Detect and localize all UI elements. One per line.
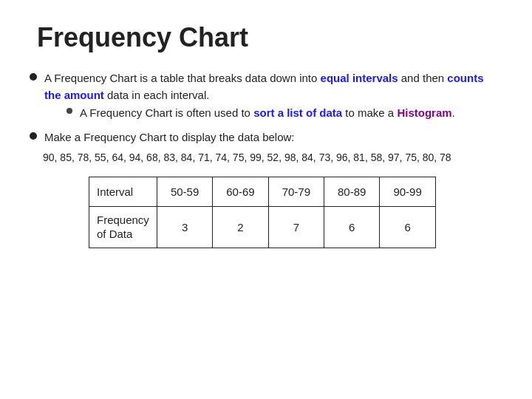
sub-bullet-before: A Frequency Chart is often used to xyxy=(80,106,253,119)
bullet1-before: A Frequency Chart is a table that breaks… xyxy=(44,72,321,84)
table-header-interval: Interval xyxy=(89,177,157,206)
bullet-1: A Frequency Chart is a table that breaks… xyxy=(30,69,502,124)
table-header-9099: 90-99 xyxy=(380,177,435,206)
sub-bullet-highlight2: Histogram xyxy=(397,106,451,119)
sub-bullet-middle: to make a xyxy=(342,106,397,119)
bullet-dot-2 xyxy=(30,132,37,140)
content-area: A Frequency Chart is a table that breaks… xyxy=(30,69,502,248)
bullet1-highlight1: equal intervals xyxy=(321,72,398,84)
page-title: Frequency Chart xyxy=(37,22,502,53)
sub-bullet-dot xyxy=(66,108,72,114)
bullet-2: Make a Frequency Chart to display the da… xyxy=(30,129,502,146)
table-freq-label: Frequencyof Data xyxy=(89,206,157,248)
table-header-row: Interval 50-59 60-69 70-79 80-89 90-99 xyxy=(89,177,436,206)
table-val-8089: 6 xyxy=(324,206,380,248)
sub-bullet: A Frequency Chart is often used to sort … xyxy=(66,104,502,121)
table-val-6069: 2 xyxy=(213,206,268,248)
table-header-8089: 80-89 xyxy=(324,177,380,206)
sub-bullet-after: . xyxy=(452,106,455,119)
bullet-1-text: A Frequency Chart is a table that breaks… xyxy=(44,69,502,124)
frequency-table-wrapper: Interval 50-59 60-69 70-79 80-89 90-99 F… xyxy=(89,177,502,248)
table-data-row: Frequencyof Data 3 2 7 6 6 xyxy=(89,206,436,248)
table-val-9099: 6 xyxy=(380,206,435,248)
table-header-6069: 60-69 xyxy=(213,177,268,206)
sub-bullet-highlight1: sort a list of data xyxy=(253,106,342,119)
table-val-5059: 3 xyxy=(157,206,212,248)
table-val-7079: 7 xyxy=(268,206,324,248)
slide: Frequency Chart A Frequency Chart is a t… xyxy=(0,0,532,399)
bullet-dot-1 xyxy=(30,73,37,81)
sub-bullet-text: A Frequency Chart is often used to sort … xyxy=(80,104,455,121)
bullet-2-text: Make a Frequency Chart to display the da… xyxy=(44,129,295,146)
data-values: 90, 85, 78, 55, 64, 94, 68, 83, 84, 71, … xyxy=(43,150,502,166)
bullet1-after: data in each interval. xyxy=(104,89,210,101)
table-header-7079: 70-79 xyxy=(268,177,324,206)
frequency-table: Interval 50-59 60-69 70-79 80-89 90-99 F… xyxy=(89,177,436,248)
bullet1-middle: and then xyxy=(398,72,448,84)
table-header-5059: 50-59 xyxy=(157,177,212,206)
